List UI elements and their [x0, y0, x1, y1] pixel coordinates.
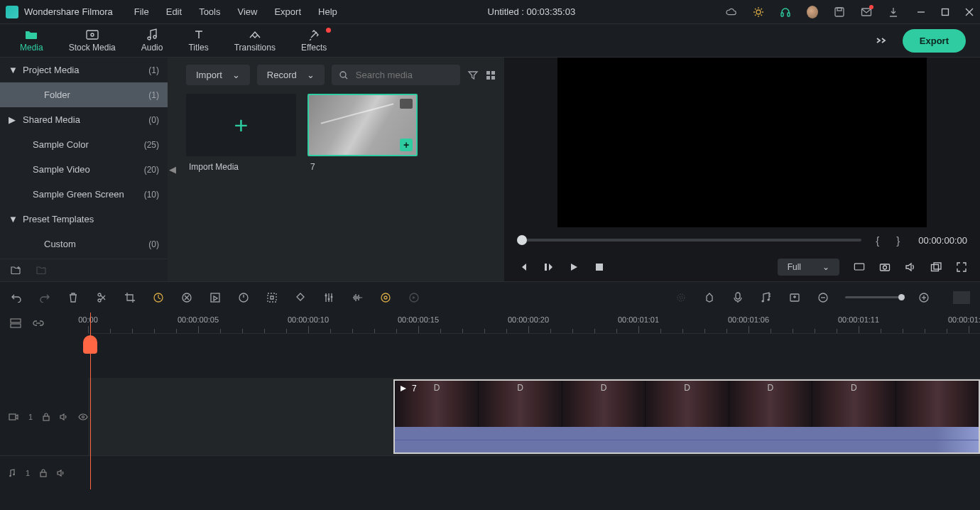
record-dropdown[interactable]: Record ⌄	[257, 65, 325, 85]
lock-icon[interactable]	[40, 469, 47, 477]
cloud-icon[interactable]	[726, 6, 737, 18]
preview-viewport[interactable]	[557, 58, 927, 227]
scrub-slider[interactable]	[517, 239, 861, 242]
tab-effects[interactable]: Effects	[288, 26, 339, 55]
audio-track-header[interactable]: 1	[0, 456, 88, 489]
avatar-icon[interactable]	[807, 6, 818, 18]
tabs-more-icon[interactable]	[874, 36, 888, 45]
timeline[interactable]: 00:0000:00:00:0500:00:00:1000:00:00:1500…	[0, 313, 980, 489]
close-button[interactable]	[964, 7, 974, 17]
speed-icon[interactable]	[152, 291, 165, 304]
svg-rect-59	[11, 324, 21, 327]
zoom-fit-icon[interactable]	[953, 291, 970, 304]
timeline-ruler[interactable]: 00:0000:00:00:0500:00:00:1000:00:00:1500…	[88, 313, 980, 334]
mail-icon[interactable]	[861, 6, 872, 18]
fullscreen-icon[interactable]	[956, 261, 967, 273]
minimize-button[interactable]	[916, 7, 926, 17]
track-manager-icon[interactable]	[10, 318, 21, 328]
lock-icon[interactable]	[43, 413, 50, 421]
mute-icon[interactable]	[57, 470, 65, 477]
delete-folder-icon[interactable]	[36, 265, 47, 276]
collapse-sidebar[interactable]: ◀	[168, 58, 178, 281]
mark-out-button[interactable]: }	[893, 234, 903, 246]
green-screen-icon[interactable]	[209, 291, 222, 304]
menu-edit[interactable]: Edit	[166, 6, 182, 17]
sidebar-sample-color[interactable]: Sample Color (25)	[0, 132, 168, 157]
add-clip-button[interactable]: +	[400, 139, 413, 151]
zoom-in-icon[interactable]	[918, 291, 930, 304]
media-panel: Import ⌄ Record ⌄ + Import Media	[178, 58, 504, 281]
mask-icon[interactable]	[266, 291, 278, 304]
import-media-tile[interactable]: + Import Media	[186, 94, 296, 172]
timeline-clip[interactable]: 7 D D D D D D	[393, 379, 980, 454]
mute-icon[interactable]	[60, 413, 68, 421]
mic-icon[interactable]	[731, 291, 744, 304]
playhead[interactable]	[90, 313, 91, 489]
sun-icon[interactable]	[753, 6, 764, 18]
sidebar-sample-video[interactable]: Sample Video (20)	[0, 157, 168, 182]
marker-add-icon[interactable]	[788, 291, 801, 304]
grid-view-icon[interactable]	[486, 70, 496, 80]
audio-sync-icon[interactable]	[379, 291, 392, 304]
crop-icon[interactable]	[124, 291, 136, 304]
play-button[interactable]	[568, 261, 579, 273]
tab-audio[interactable]: Audio	[129, 26, 176, 55]
snapshot-icon[interactable]	[879, 261, 891, 273]
menu-export[interactable]: Export	[274, 6, 301, 17]
search-media[interactable]	[332, 65, 460, 85]
sidebar-custom[interactable]: Custom (0)	[0, 232, 168, 256]
mark-in-button[interactable]: {	[873, 234, 882, 246]
headphones-icon[interactable]	[780, 6, 791, 18]
maximize-button[interactable]	[940, 7, 950, 17]
zoom-slider[interactable]	[845, 296, 902, 298]
split-icon[interactable]	[95, 291, 108, 304]
link-icon[interactable]	[33, 320, 44, 327]
color-icon[interactable]	[180, 291, 193, 304]
marker-icon[interactable]	[294, 291, 307, 304]
audio-wave-icon[interactable]	[351, 291, 364, 304]
sidebar-folder[interactable]: Folder (1)	[0, 82, 168, 107]
popout-icon[interactable]	[930, 261, 942, 273]
new-folder-icon[interactable]	[10, 265, 21, 276]
save-icon[interactable]	[834, 6, 845, 18]
tab-transitions[interactable]: Transitions	[222, 26, 288, 55]
preview-quality-select[interactable]: Full ⌄	[778, 259, 839, 276]
svg-rect-61	[9, 414, 16, 420]
play-pause-button[interactable]	[543, 261, 554, 273]
export-button[interactable]: Export	[903, 29, 966, 53]
snap-icon[interactable]	[703, 291, 716, 304]
tab-titles[interactable]: Titles	[175, 26, 221, 55]
zoom-out-icon[interactable]	[817, 291, 829, 304]
redo-icon[interactable]	[38, 291, 51, 304]
auto-ripple-icon[interactable]	[675, 291, 687, 304]
prev-frame-button[interactable]	[517, 261, 528, 273]
keyframe-icon[interactable]	[237, 291, 250, 304]
menu-file[interactable]: File	[134, 6, 149, 17]
svg-point-63	[82, 416, 85, 418]
render-icon[interactable]	[408, 291, 420, 304]
delete-icon[interactable]	[67, 291, 80, 304]
visibility-icon[interactable]	[78, 413, 88, 421]
import-dropdown[interactable]: Import ⌄	[186, 65, 250, 85]
sidebar-project-media[interactable]: ▼ Project Media (1)	[0, 58, 168, 82]
stop-button[interactable]	[594, 261, 605, 273]
sidebar-preset-templates[interactable]: ▼ Preset Templates	[0, 207, 168, 232]
video-track-header[interactable]: 1	[0, 378, 88, 455]
undo-icon[interactable]	[10, 291, 23, 304]
sidebar-shared-media[interactable]: ▶ Shared Media (0)	[0, 107, 168, 132]
volume-icon[interactable]	[905, 261, 916, 273]
audio-panel-icon[interactable]	[760, 291, 773, 304]
sidebar-sample-green-screen[interactable]: Sample Green Screen (10)	[0, 182, 168, 207]
search-input[interactable]	[356, 70, 453, 80]
menu-tools[interactable]: Tools	[199, 6, 220, 17]
tab-media[interactable]: Media	[7, 26, 56, 55]
media-clip-tile[interactable]: + 7	[307, 94, 418, 172]
download-icon[interactable]	[888, 6, 899, 18]
display-icon[interactable]	[854, 261, 865, 273]
svg-point-64	[9, 474, 11, 477]
menu-help[interactable]: Help	[318, 6, 337, 17]
menu-view[interactable]: View	[237, 6, 257, 17]
filter-icon[interactable]	[467, 70, 479, 80]
tab-stock-media[interactable]: Stock Media	[56, 26, 129, 55]
mixer-icon[interactable]	[322, 291, 335, 304]
